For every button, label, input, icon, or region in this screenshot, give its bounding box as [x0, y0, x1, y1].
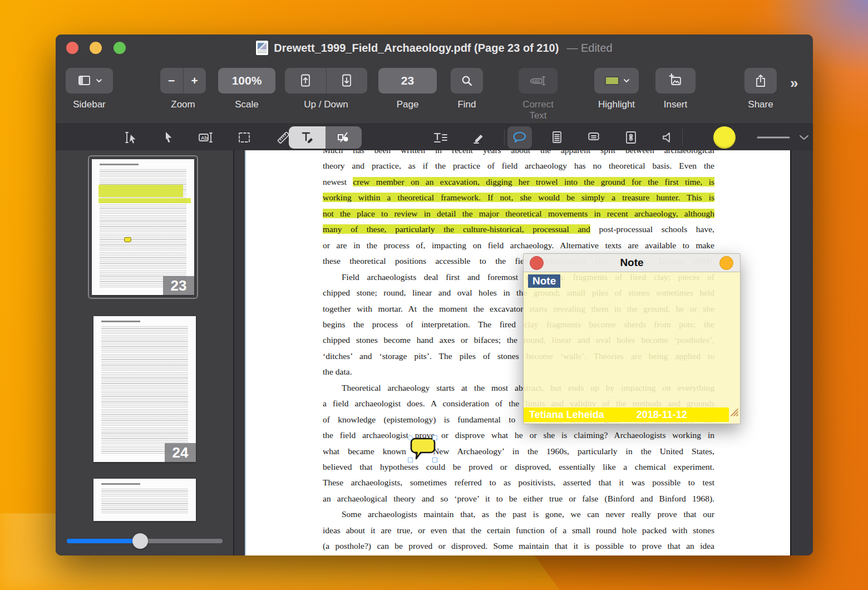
marker-pen-tool[interactable]	[466, 126, 491, 149]
zoom-out-button[interactable]: −	[160, 68, 183, 94]
page-thumbnail[interactable]: 23	[92, 159, 194, 295]
selection-handle[interactable]	[408, 458, 413, 463]
content-area: 2324 Much has been written in recent yea…	[56, 150, 813, 555]
fullscreen-window-button[interactable]	[114, 42, 126, 54]
chevron-down-icon	[623, 78, 630, 83]
sidebar-label: Sidebar	[66, 99, 113, 110]
slider-handle[interactable]	[132, 533, 148, 549]
selected-thumbnail-frame[interactable]: 23	[88, 155, 198, 299]
chevron-down-icon	[96, 78, 102, 83]
edit-mode-segment	[289, 126, 362, 149]
zoom-label: Zoom	[160, 99, 206, 110]
thumb-heading	[101, 321, 140, 322]
highlight-color-swatch	[604, 74, 620, 87]
text-format-tool[interactable]	[428, 126, 453, 149]
svg-text:Ab: Ab	[201, 135, 208, 141]
insert-button[interactable]	[655, 68, 696, 94]
correct-text-icon: abc	[529, 74, 548, 87]
main-toolbar: Sidebar − + Zoom 100% Scale	[56, 61, 813, 124]
shapes-tool[interactable]	[326, 126, 362, 149]
selection-handle[interactable]	[432, 458, 437, 463]
titlebar: Drewett_1999_Field_Archaeology.pdf (Page…	[56, 35, 813, 61]
find-label: Find	[451, 99, 483, 110]
doc-line: (a posthole?) can be proved or disproved…	[323, 538, 714, 554]
thumb-note-marker	[124, 237, 131, 242]
share-icon	[754, 73, 767, 88]
zoom-in-button[interactable]: +	[183, 68, 206, 94]
doc-line: believed that hypotheses could be proved…	[323, 459, 714, 475]
minimize-window-button[interactable]	[90, 42, 102, 54]
line-style-icon	[757, 134, 812, 141]
share-label: Share	[744, 99, 777, 110]
note-bubble-tool[interactable]	[507, 126, 532, 149]
close-window-button[interactable]	[66, 42, 78, 54]
doc-line: what became known as ‘New Archaeology’ i…	[323, 444, 714, 459]
text-note-tool[interactable]	[545, 126, 569, 149]
page-area: Much has been written in recent years ab…	[234, 150, 813, 555]
scale-value-button[interactable]: 100%	[218, 68, 275, 94]
pdf-document-icon	[256, 41, 268, 55]
thumbnail-page-badge: 23	[163, 276, 194, 295]
insert-image-icon	[668, 73, 683, 88]
text-annotation-tool[interactable]	[289, 126, 326, 149]
doc-line: ideas about it are true, or even that th…	[323, 523, 714, 538]
doc-line: working within a theoretical framework. …	[323, 190, 714, 205]
window-edited-status: — Edited	[566, 42, 612, 55]
highlight-button[interactable]	[594, 68, 639, 94]
thumbnail-zoom-slider[interactable]	[67, 533, 223, 549]
page-thumbnail[interactable]	[93, 479, 196, 521]
doc-line: These archaeologists, sometimes referred…	[323, 475, 714, 490]
speaker-audio-tool[interactable]	[656, 126, 680, 149]
note-author: Tetiana Leheida	[529, 409, 604, 421]
doc-line: newest crew member on an excavation, dig…	[323, 174, 714, 190]
selection-handle[interactable]	[408, 435, 413, 440]
updown-label: Up / Down	[285, 99, 367, 110]
slider-fill	[67, 539, 140, 543]
line-style-dropdown[interactable]	[754, 126, 813, 149]
doc-line: or are in the process of, impacting on f…	[323, 238, 714, 253]
doc-line: many of these, particularly the culture-…	[323, 222, 714, 237]
text-selection-tool[interactable]	[119, 126, 143, 149]
thumbnail-sidebar: 2324	[56, 150, 234, 555]
stamp-tool[interactable]	[581, 126, 606, 149]
text-select-ab-tool[interactable]: Ab	[194, 126, 218, 149]
insert-label: Insert	[655, 99, 696, 110]
page-right-edge	[790, 150, 791, 555]
note-popup-window[interactable]: Note Note Tetiana Leheida 2018-11-12	[523, 253, 741, 424]
page-down-button[interactable]	[326, 68, 368, 94]
doc-line: Much has been written in recent years ab…	[323, 150, 714, 158]
doc-line: the field archaeologist prove or disprov…	[323, 427, 714, 443]
annotation-color-well[interactable]	[712, 126, 737, 149]
sidebar-toggle-button[interactable]	[66, 68, 113, 94]
correct-text-label: Correct Text	[519, 99, 558, 121]
note-title: Note	[620, 257, 643, 269]
svg-text:abc: abc	[534, 79, 541, 83]
note-close-button[interactable]	[530, 256, 544, 270]
pointer-tool[interactable]	[156, 126, 180, 149]
doc-line: not the place to review in detail the ma…	[323, 206, 714, 222]
note-resize-handle[interactable]	[728, 406, 739, 417]
doc-line: an archaeological theory and so ‘prove’ …	[323, 491, 714, 507]
attachment-link-tool[interactable]	[619, 126, 643, 149]
find-button[interactable]	[451, 68, 483, 94]
speech-bubble-annotation[interactable]	[408, 435, 437, 463]
window-title: Drewett_1999_Field_Archaeology.pdf (Page…	[274, 42, 559, 55]
page-up-button[interactable]	[285, 68, 326, 94]
highlight-label: Highlight	[594, 99, 639, 110]
note-footer: Tetiana Leheida 2018-11-12	[524, 407, 729, 422]
thumb-highlight	[98, 198, 191, 203]
yellow-color-swatch	[713, 126, 736, 149]
doc-line: theory and practice, as if the practice …	[323, 158, 714, 174]
thumb-text-lines	[101, 325, 188, 454]
note-minimize-button[interactable]	[719, 256, 733, 270]
rect-select-tool[interactable]	[232, 126, 257, 149]
page-thumbnail[interactable]: 24	[93, 316, 196, 462]
toolbar-overflow-button[interactable]: »	[790, 75, 798, 92]
note-body[interactable]: Note Tetiana Leheida 2018-11-12	[524, 272, 740, 424]
page-number-button[interactable]: 23	[378, 68, 437, 94]
share-button[interactable]	[744, 68, 777, 94]
note-titlebar: Note	[524, 254, 740, 272]
selection-handle[interactable]	[432, 435, 437, 440]
thumb-heading	[101, 483, 140, 485]
page-label: Page	[378, 99, 437, 110]
